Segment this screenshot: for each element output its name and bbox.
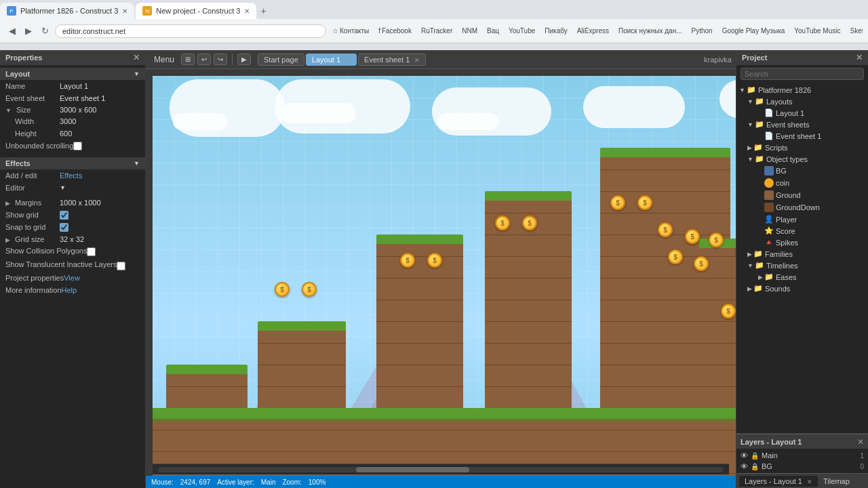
bookmark-sketchup[interactable]: SketchUp xyxy=(847,26,863,36)
bookmark-youtube[interactable]: YouTube xyxy=(505,26,538,36)
bookmark-nnm[interactable]: NNM xyxy=(458,26,481,36)
tree-item-grounddown[interactable]: ▶ GroundDown xyxy=(736,201,868,214)
prop-collision-checkbox[interactable] xyxy=(87,247,96,256)
bookmark-ytmusic[interactable]: YouTube Music xyxy=(791,26,844,36)
bookmark-contacts[interactable]: ☆ Контакты xyxy=(329,26,372,36)
layer-lock-main[interactable]: 🔒 xyxy=(751,452,759,460)
scrollbar-thumb[interactable] xyxy=(356,467,469,472)
tab-eventsheet1-close[interactable]: ✕ xyxy=(414,57,420,64)
bottom-tab-layers[interactable]: Layers - Layout 1 ✕ xyxy=(739,476,818,487)
tree-item-layout1[interactable]: ▶ 📄 Layout 1 xyxy=(736,107,868,119)
bottom-tab-layers-close[interactable]: ✕ xyxy=(807,479,812,485)
tree-item-coin[interactable]: ▶ coin xyxy=(736,177,868,189)
tree-item-player[interactable]: ▶ 👤 Player xyxy=(736,214,868,225)
effects-section-header[interactable]: Effects ▼ xyxy=(0,157,145,169)
layout-section-header[interactable]: Layout ▼ xyxy=(0,68,145,80)
tree-arrow-eventsheets[interactable]: ▼ xyxy=(747,121,753,128)
prop-showgrid-label: Show grid xyxy=(5,211,60,219)
bookmark-python[interactable]: Python xyxy=(688,26,716,36)
layer-lock-bg[interactable]: 🔒 xyxy=(751,463,759,470)
game-canvas[interactable]: $ $ $ $ $ $ $ $ $ $ $ $ $ $ $ xyxy=(153,76,736,488)
prop-unbounded-checkbox[interactable] xyxy=(73,142,82,150)
prop-translucent-checkbox[interactable] xyxy=(117,262,125,270)
prop-effects-link[interactable]: Effects xyxy=(60,171,82,180)
tree-arrow-root[interactable]: ▼ xyxy=(739,87,745,94)
undo-button[interactable]: ↩ xyxy=(197,54,211,65)
tab-close-2[interactable]: ✕ xyxy=(244,7,250,15)
layers-panel-bar: Layers - Layout 1 ✕ xyxy=(736,434,868,449)
bookmark-vac[interactable]: Вац xyxy=(484,26,502,36)
prop-snaptogrid-checkbox[interactable] xyxy=(60,223,68,232)
play-button[interactable]: ▶ xyxy=(237,54,251,65)
address-bar[interactable]: editor.construct.net xyxy=(55,24,326,38)
layers-close-button[interactable]: ✕ xyxy=(857,437,864,447)
tree-item-root[interactable]: ▼ 📁 Platformer 1826 xyxy=(736,84,868,96)
tree-item-scripts[interactable]: ▶ 📁 Scripts xyxy=(736,142,868,153)
prop-moreinfo-link[interactable]: Help xyxy=(62,286,77,294)
tab-close-1[interactable]: ✕ xyxy=(122,7,127,15)
tree-label-eventsheets: Event sheets xyxy=(766,121,810,129)
prop-projprops-link[interactable]: View xyxy=(64,274,80,282)
status-bar: Mouse: 2424, 697 Active layer: Main Zoom… xyxy=(146,476,736,488)
tree-arrow-families[interactable]: ▶ xyxy=(747,251,752,258)
tree-arrow-layouts[interactable]: ▼ xyxy=(747,98,753,105)
tree-item-timelines[interactable]: ▼ 📁 Timelines xyxy=(736,260,868,271)
layer-eye-main[interactable]: 👁 xyxy=(741,451,748,460)
layer-eye-bg[interactable]: 👁 xyxy=(741,462,748,470)
tree-item-score[interactable]: ▶ ⭐ Score xyxy=(736,225,868,237)
prop-collision-label: Show Collision Polygons xyxy=(5,247,87,256)
tree-item-layouts[interactable]: ▼ 📁 Layouts xyxy=(736,96,868,107)
tree-item-objecttypes[interactable]: ▼ 📁 Object types xyxy=(736,153,868,165)
menu-button[interactable]: Menu xyxy=(150,54,178,66)
layout-icon-button[interactable]: ⊞ xyxy=(181,54,195,65)
bookmark-facebook[interactable]: f Facebook xyxy=(375,26,415,36)
layer-item-main[interactable]: 👁 🔒 Main 1 xyxy=(736,450,868,461)
layer-item-bg[interactable]: 👁 🔒 BG 0 xyxy=(736,461,868,472)
canvas-area[interactable]: $ $ $ $ $ $ $ $ $ $ $ $ $ $ $ xyxy=(146,69,736,488)
tree-item-sounds[interactable]: ▶ 📁 Sounds xyxy=(736,283,868,294)
prop-showgrid-checkbox[interactable] xyxy=(60,211,68,220)
tree-icon-timelines: 📁 xyxy=(755,261,764,270)
prop-width-value[interactable]: 3000 xyxy=(60,117,140,125)
tab-start-page[interactable]: Start page xyxy=(258,54,304,66)
bookmark-label-2: Facebook xyxy=(382,27,412,35)
project-search-input[interactable] xyxy=(741,68,864,80)
bookmark-gplay[interactable]: Google Play Музыка xyxy=(719,26,789,36)
tree-item-families[interactable]: ▶ 📁 Families xyxy=(736,248,868,260)
new-tab-button[interactable]: + xyxy=(258,3,269,19)
tab-layout1-label: Layout 1 xyxy=(312,56,340,64)
tree-item-eases[interactable]: ▶ 📁 Eases xyxy=(736,271,868,283)
properties-close-button[interactable]: ✕ xyxy=(133,53,140,62)
tree-item-spikes[interactable]: ▶ 🔺 Spikes xyxy=(736,237,868,248)
bookmark-rutracker[interactable]: RuTracker xyxy=(418,26,456,36)
scrollbar-track[interactable] xyxy=(158,467,724,472)
tree-arrow-eases[interactable]: ▶ xyxy=(758,274,763,281)
tree-arrow-timelines[interactable]: ▼ xyxy=(747,262,753,269)
back-button[interactable]: ◀ xyxy=(5,24,19,38)
bookmark-search[interactable]: Поиск нужных дан... xyxy=(615,26,686,36)
tree-arrow-sounds[interactable]: ▶ xyxy=(747,285,752,292)
tab-layout1-close[interactable]: ✕ xyxy=(345,57,351,64)
effects-section: Effects ▼ Add / edit Effects Editor ▼ xyxy=(0,155,145,197)
tab-layout1[interactable]: Layout 1 ✕ xyxy=(306,54,357,66)
redo-button[interactable]: ↪ xyxy=(214,54,227,65)
bookmark-label-4: NNM xyxy=(462,27,477,35)
bookmark-pikabu[interactable]: Пикабу xyxy=(541,26,570,36)
tree-item-bg[interactable]: ▶ BG xyxy=(736,165,868,177)
browser-tab-2[interactable]: N New project - Construct 3 ✕ xyxy=(136,3,256,19)
tree-item-eventsheets[interactable]: ▼ 📁 Event sheets xyxy=(736,119,868,130)
tree-item-ground[interactable]: ▶ Ground xyxy=(736,189,868,201)
scroll-area[interactable] xyxy=(153,464,729,474)
tree-arrow-objecttypes[interactable]: ▼ xyxy=(747,156,753,163)
project-close-button[interactable]: ✕ xyxy=(856,53,863,62)
tab-eventsheet1[interactable]: Event sheet 1 ✕ xyxy=(358,54,426,66)
bottom-tab-tilemap[interactable]: Tilemap xyxy=(818,476,855,487)
forward-button[interactable]: ▶ xyxy=(22,24,35,38)
refresh-button[interactable]: ↻ xyxy=(38,24,52,38)
bookmark-aliexpress[interactable]: AliExpress xyxy=(574,26,612,36)
tree-arrow-scripts[interactable]: ▶ xyxy=(747,144,752,151)
prop-height-value[interactable]: 600 xyxy=(60,129,140,138)
prop-margins-value: 1000 x 1000 xyxy=(60,199,140,207)
browser-tab-1[interactable]: P Platformer 1826 - Construct 3 ✕ xyxy=(0,3,134,19)
tree-item-eventsheet1[interactable]: ▶ 📄 Event sheet 1 xyxy=(736,130,868,142)
